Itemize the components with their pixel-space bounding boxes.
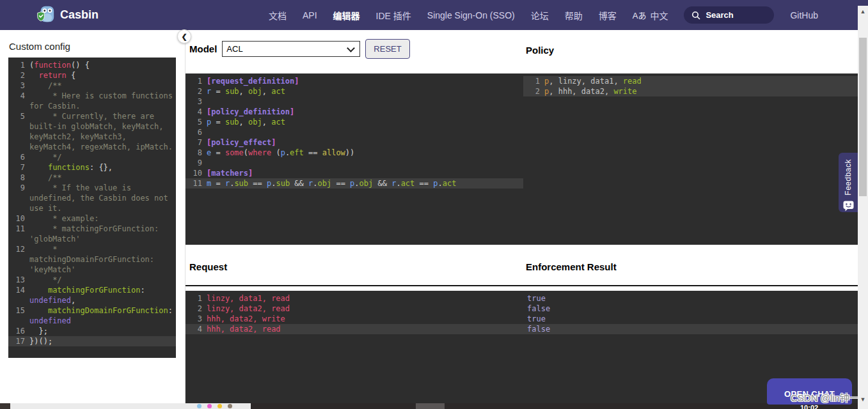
search-placeholder: Search — [706, 10, 733, 20]
line-number: 2 — [185, 86, 207, 96]
line-number: 3 — [8, 81, 29, 91]
line-number: 13 — [8, 275, 29, 285]
nav-item-editor[interactable]: 编辑器 — [333, 9, 360, 22]
reset-button[interactable]: RESET — [365, 39, 409, 59]
nav-item-sso[interactable]: Single Sign-On (SSO) — [427, 10, 515, 20]
taskbar-strip: 10:02 — [0, 403, 868, 409]
code-line: false — [523, 324, 860, 334]
collapse-sidebar-button[interactable]: ❮ — [177, 29, 191, 43]
line-number: 7 — [185, 137, 207, 148]
line-number: 2 — [523, 86, 544, 96]
line-number: 6 — [185, 127, 207, 137]
taskbar-segment — [0, 403, 10, 409]
model-editor[interactable]: 1[request_definition]2r = sub, obj, act3… — [185, 73, 523, 245]
section-divider — [185, 285, 860, 286]
line-number: 1 — [185, 293, 207, 304]
code-line: 4 * Here is custom functions for Casbin. — [8, 91, 176, 111]
nav-item-docs[interactable]: 文档 — [269, 9, 287, 22]
taskbar-icons — [197, 404, 232, 408]
model-select[interactable]: ACL — [222, 41, 360, 57]
line-number: 6 — [8, 152, 29, 162]
scroll-down-icon[interactable]: ▼ — [858, 395, 868, 404]
nav-item-blog[interactable]: 博客 — [599, 9, 617, 22]
code-line: 9 — [185, 158, 523, 168]
code-line: 9 * If the value is undefined, the Casbi… — [8, 183, 176, 213]
taskbar-app-icon[interactable] — [207, 404, 212, 408]
line-number: 1 — [523, 76, 544, 86]
brand[interactable]: Casbin — [36, 4, 99, 26]
code-line: 2r = sub, obj, act — [185, 86, 523, 96]
taskbar-app-icon[interactable] — [197, 404, 201, 408]
line-number: 3 — [185, 314, 207, 324]
code-line: 7[policy_effect] — [185, 137, 523, 148]
code-line: 1[request_definition] — [185, 76, 523, 86]
open-chat-button[interactable]: OPEN CHAT — [767, 378, 852, 405]
code-line: 6 */ — [8, 152, 176, 162]
line-number: 9 — [8, 183, 29, 213]
navbar-links: 文档 API 编辑器 IDE 插件 Single Sign-On (SSO) 论… — [269, 6, 818, 24]
line-number: 2 — [8, 70, 29, 81]
line-number: 9 — [185, 158, 207, 168]
line-number: 7 — [8, 162, 29, 173]
open-chat-label: OPEN CHAT — [784, 389, 835, 399]
code-line: 16 }; — [8, 326, 176, 336]
code-line: true — [523, 314, 860, 324]
feedback-button[interactable]: Feedback — [839, 153, 858, 212]
line-number: 1 — [185, 76, 207, 86]
nav-item-ide-plugin[interactable]: IDE 插件 — [376, 9, 411, 22]
scrollbar-thumb[interactable] — [859, 38, 867, 196]
code-line: 15 matchingDomainForGFunction: undefined — [8, 305, 176, 326]
enforcement-result-title: Enforcement Result — [526, 261, 617, 272]
code-line: 10 * example: — [8, 213, 176, 224]
line-number: 15 — [8, 305, 29, 326]
code-line: 3hhh, data2, write — [185, 314, 523, 324]
nav-item-api[interactable]: API — [303, 10, 317, 20]
line-number: 12 — [8, 244, 29, 275]
code-line: 7 functions: {}, — [8, 162, 176, 173]
line-number: 8 — [8, 173, 29, 183]
scroll-up-icon[interactable]: ▲ — [858, 7, 868, 16]
nav-item-help[interactable]: 帮助 — [565, 9, 583, 22]
language-label: 中文 — [650, 9, 668, 22]
line-number: 17 — [8, 336, 29, 346]
policy-editor[interactable]: 1p, linzy, data1, read2p, hhh, data2, wr… — [523, 73, 860, 245]
code-line: 8 /** — [8, 173, 176, 183]
code-line: 11m = r.sub == p.sub && r.obj == p.obj &… — [185, 178, 523, 189]
line-number: 8 — [185, 148, 207, 158]
line-number: 14 — [8, 285, 29, 305]
nav-item-forum[interactable]: 论坛 — [531, 9, 549, 22]
code-line: 6 — [185, 127, 523, 137]
taskbar-app-icon[interactable] — [217, 404, 222, 408]
line-number: 4 — [8, 91, 29, 111]
model-select-value[interactable]: ACL — [222, 41, 360, 57]
code-line: 3 — [185, 96, 523, 107]
language-selector[interactable]: Aあ 中文 — [633, 9, 668, 22]
line-number: 16 — [8, 326, 29, 336]
custom-config-editor[interactable]: 1(function() {2 return {3 /**4 * Here is… — [8, 58, 176, 358]
code-line: 11 * matchingForGFunction: 'globMatch' — [8, 224, 176, 244]
search-icon — [691, 11, 700, 20]
code-line: 2linzy, data2, read — [185, 304, 523, 314]
brand-title: Casbin — [60, 8, 99, 22]
navbar: Casbin 文档 API 编辑器 IDE 插件 Single Sign-On … — [0, 0, 868, 30]
code-line: true — [523, 293, 860, 304]
vertical-scrollbar[interactable]: ▲ ▼ — [858, 6, 868, 409]
line-number: 3 — [185, 96, 207, 107]
chat-bubble-icon — [843, 201, 854, 214]
request-editor[interactable]: 1linzy, data1, read2linzy, data2, read3h… — [185, 291, 523, 403]
taskbar-segment — [416, 403, 445, 409]
code-line: 2p, hhh, data2, write — [523, 86, 860, 96]
code-line: 1linzy, data1, read — [185, 293, 523, 304]
code-line: 13 */ — [8, 275, 176, 285]
code-line: 17})(); — [8, 336, 176, 346]
code-line: 4hhh, data2, read — [185, 324, 523, 334]
model-toolbar: Model ACL RESET — [189, 39, 410, 59]
nav-item-github[interactable]: GitHub — [790, 10, 818, 20]
line-number: 11 — [185, 178, 207, 189]
translate-icon: Aあ — [633, 9, 647, 21]
code-line: 5p = sub, obj, act — [185, 117, 523, 127]
line-number: 4 — [185, 324, 207, 334]
taskbar-app-icon[interactable] — [228, 404, 232, 408]
search-input[interactable]: Search — [684, 6, 774, 24]
line-number: 5 — [185, 117, 207, 127]
